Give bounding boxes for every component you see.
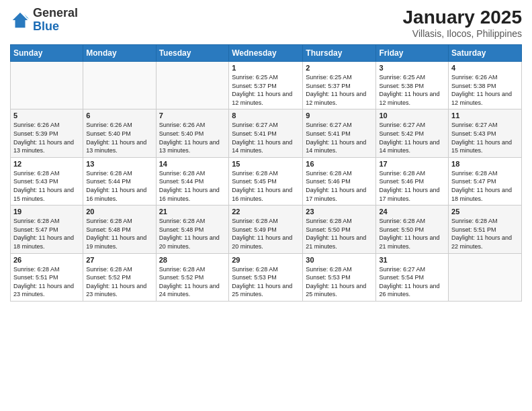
day-number: 31: [379, 256, 445, 264]
calendar-cell: 28Sunrise: 6:28 AMSunset: 5:52 PMDayligh…: [156, 253, 229, 301]
day-info: Sunrise: 6:28 AMSunset: 5:47 PMDaylight:…: [451, 169, 519, 203]
calendar-cell: 16Sunrise: 6:28 AMSunset: 5:46 PMDayligh…: [303, 157, 376, 205]
day-info: Sunrise: 6:27 AMSunset: 5:42 PMDaylight:…: [379, 121, 445, 154]
day-info: Sunrise: 6:26 AMSunset: 5:39 PMDaylight:…: [13, 121, 80, 154]
col-thursday: Thursday: [303, 45, 376, 62]
calendar-cell: 21Sunrise: 6:28 AMSunset: 5:48 PMDayligh…: [156, 205, 229, 253]
day-number: 15: [232, 160, 300, 168]
day-info: Sunrise: 6:28 AMSunset: 5:53 PMDaylight:…: [306, 265, 373, 299]
calendar-cell: 12Sunrise: 6:28 AMSunset: 5:43 PMDayligh…: [11, 157, 83, 205]
col-tuesday: Tuesday: [156, 45, 229, 62]
day-number: 2: [306, 64, 373, 72]
day-info: Sunrise: 6:27 AMSunset: 5:54 PMDaylight:…: [379, 265, 445, 299]
calendar-cell: 10Sunrise: 6:27 AMSunset: 5:42 PMDayligh…: [376, 109, 449, 157]
calendar-cell: 7Sunrise: 6:26 AMSunset: 5:40 PMDaylight…: [156, 109, 229, 157]
day-number: 21: [159, 208, 226, 216]
calendar-table: Sunday Monday Tuesday Wednesday Thursday…: [10, 44, 522, 302]
day-number: 4: [451, 64, 519, 72]
day-number: 19: [13, 208, 80, 216]
day-number: 3: [379, 64, 445, 72]
calendar-cell: 23Sunrise: 6:28 AMSunset: 5:50 PMDayligh…: [303, 205, 376, 253]
day-number: 26: [13, 256, 80, 264]
day-info: Sunrise: 6:25 AMSunset: 5:37 PMDaylight:…: [306, 73, 373, 107]
day-info: Sunrise: 6:28 AMSunset: 5:44 PMDaylight:…: [159, 169, 226, 203]
calendar-week-row: 5Sunrise: 6:26 AMSunset: 5:39 PMDaylight…: [11, 109, 522, 157]
calendar-cell: [11, 62, 83, 109]
calendar-cell: 24Sunrise: 6:28 AMSunset: 5:50 PMDayligh…: [376, 205, 449, 253]
day-info: Sunrise: 6:28 AMSunset: 5:49 PMDaylight:…: [232, 217, 300, 250]
calendar-cell: 15Sunrise: 6:28 AMSunset: 5:45 PMDayligh…: [229, 157, 303, 205]
day-number: 7: [159, 111, 226, 120]
day-info: Sunrise: 6:28 AMSunset: 5:43 PMDaylight:…: [13, 169, 80, 203]
calendar-cell: 26Sunrise: 6:28 AMSunset: 5:51 PMDayligh…: [11, 253, 83, 301]
day-info: Sunrise: 6:27 AMSunset: 5:41 PMDaylight:…: [232, 121, 300, 154]
day-info: Sunrise: 6:26 AMSunset: 5:38 PMDaylight:…: [451, 73, 519, 107]
day-number: 30: [306, 256, 373, 264]
calendar-cell: 29Sunrise: 6:28 AMSunset: 5:53 PMDayligh…: [229, 253, 303, 301]
day-number: 17: [379, 160, 445, 168]
day-number: 28: [159, 256, 226, 264]
day-number: 27: [86, 256, 152, 264]
col-wednesday: Wednesday: [229, 45, 303, 62]
calendar-cell: 25Sunrise: 6:28 AMSunset: 5:51 PMDayligh…: [449, 205, 522, 253]
logo-icon: [10, 10, 30, 30]
day-info: Sunrise: 6:28 AMSunset: 5:46 PMDaylight:…: [306, 169, 373, 203]
day-info: Sunrise: 6:27 AMSunset: 5:43 PMDaylight:…: [451, 121, 519, 154]
calendar-cell: 30Sunrise: 6:28 AMSunset: 5:53 PMDayligh…: [303, 253, 376, 301]
calendar-cell: 2Sunrise: 6:25 AMSunset: 5:37 PMDaylight…: [303, 62, 376, 109]
day-info: Sunrise: 6:28 AMSunset: 5:46 PMDaylight:…: [379, 169, 445, 203]
day-info: Sunrise: 6:28 AMSunset: 5:45 PMDaylight:…: [232, 169, 300, 203]
day-number: 13: [86, 160, 152, 168]
calendar-week-row: 1Sunrise: 6:25 AMSunset: 5:37 PMDaylight…: [11, 62, 522, 109]
page: GeneralBlue January 2025 Villasis, Iloco…: [0, 0, 532, 411]
day-number: 25: [451, 208, 519, 216]
calendar-cell: 27Sunrise: 6:28 AMSunset: 5:52 PMDayligh…: [83, 253, 156, 301]
day-info: Sunrise: 6:28 AMSunset: 5:44 PMDaylight:…: [86, 169, 152, 203]
day-number: 10: [379, 111, 445, 120]
day-number: 11: [451, 111, 519, 120]
calendar-cell: 14Sunrise: 6:28 AMSunset: 5:44 PMDayligh…: [156, 157, 229, 205]
calendar-cell: 9Sunrise: 6:27 AMSunset: 5:41 PMDaylight…: [303, 109, 376, 157]
day-number: 9: [306, 111, 373, 120]
calendar-cell: 20Sunrise: 6:28 AMSunset: 5:48 PMDayligh…: [83, 205, 156, 253]
calendar-cell: [449, 253, 522, 301]
calendar-cell: 13Sunrise: 6:28 AMSunset: 5:44 PMDayligh…: [83, 157, 156, 205]
calendar-cell: 22Sunrise: 6:28 AMSunset: 5:49 PMDayligh…: [229, 205, 303, 253]
day-number: 5: [13, 111, 80, 120]
day-info: Sunrise: 6:28 AMSunset: 5:48 PMDaylight:…: [86, 217, 152, 250]
calendar-week-row: 12Sunrise: 6:28 AMSunset: 5:43 PMDayligh…: [11, 157, 522, 205]
calendar-week-row: 19Sunrise: 6:28 AMSunset: 5:47 PMDayligh…: [11, 205, 522, 253]
calendar-cell: 17Sunrise: 6:28 AMSunset: 5:46 PMDayligh…: [376, 157, 449, 205]
col-saturday: Saturday: [449, 45, 522, 62]
day-number: 22: [232, 208, 300, 216]
logo: GeneralBlue: [10, 7, 78, 34]
day-info: Sunrise: 6:26 AMSunset: 5:40 PMDaylight:…: [159, 121, 226, 154]
page-subtitle: Villasis, Ilocos, Philippines: [403, 28, 522, 39]
day-info: Sunrise: 6:25 AMSunset: 5:38 PMDaylight:…: [379, 73, 445, 107]
page-title: January 2025: [403, 7, 522, 28]
day-number: 24: [379, 208, 445, 216]
calendar-cell: 3Sunrise: 6:25 AMSunset: 5:38 PMDaylight…: [376, 62, 449, 109]
day-number: 1: [232, 64, 300, 72]
day-info: Sunrise: 6:27 AMSunset: 5:41 PMDaylight:…: [306, 121, 373, 154]
col-monday: Monday: [83, 45, 156, 62]
calendar-cell: 1Sunrise: 6:25 AMSunset: 5:37 PMDaylight…: [229, 62, 303, 109]
header: GeneralBlue January 2025 Villasis, Iloco…: [10, 7, 522, 39]
calendar-cell: 11Sunrise: 6:27 AMSunset: 5:43 PMDayligh…: [449, 109, 522, 157]
calendar-cell: 31Sunrise: 6:27 AMSunset: 5:54 PMDayligh…: [376, 253, 449, 301]
calendar-cell: 4Sunrise: 6:26 AMSunset: 5:38 PMDaylight…: [449, 62, 522, 109]
calendar-week-row: 26Sunrise: 6:28 AMSunset: 5:51 PMDayligh…: [11, 253, 522, 301]
title-block: January 2025 Villasis, Ilocos, Philippin…: [403, 7, 522, 39]
day-info: Sunrise: 6:28 AMSunset: 5:50 PMDaylight:…: [306, 217, 373, 250]
day-number: 23: [306, 208, 373, 216]
calendar-cell: 18Sunrise: 6:28 AMSunset: 5:47 PMDayligh…: [449, 157, 522, 205]
day-info: Sunrise: 6:25 AMSunset: 5:37 PMDaylight:…: [232, 73, 300, 107]
day-info: Sunrise: 6:28 AMSunset: 5:51 PMDaylight:…: [13, 265, 80, 299]
col-sunday: Sunday: [11, 45, 83, 62]
calendar-cell: [156, 62, 229, 109]
day-info: Sunrise: 6:28 AMSunset: 5:53 PMDaylight:…: [232, 265, 300, 299]
day-info: Sunrise: 6:28 AMSunset: 5:52 PMDaylight:…: [86, 265, 152, 299]
day-number: 29: [232, 256, 300, 264]
day-number: 20: [86, 208, 152, 216]
calendar-cell: 5Sunrise: 6:26 AMSunset: 5:39 PMDaylight…: [11, 109, 83, 157]
